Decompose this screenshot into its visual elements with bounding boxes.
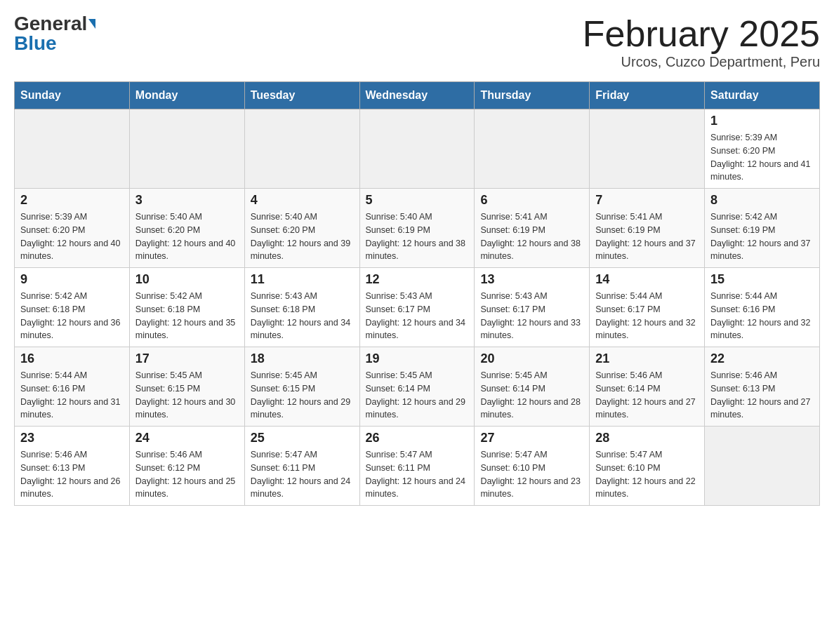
day-info: Sunrise: 5:44 AMSunset: 6:16 PMDaylight:… [710, 290, 814, 342]
table-row: 3Sunrise: 5:40 AMSunset: 6:20 PMDaylight… [129, 189, 244, 268]
table-row: 2Sunrise: 5:39 AMSunset: 6:20 PMDaylight… [15, 189, 130, 268]
col-saturday: Saturday [705, 82, 820, 109]
day-number: 12 [366, 272, 469, 287]
table-row [129, 109, 244, 189]
col-wednesday: Wednesday [359, 82, 475, 109]
day-info: Sunrise: 5:44 AMSunset: 6:17 PMDaylight:… [595, 290, 699, 342]
col-tuesday: Tuesday [244, 82, 359, 109]
day-info: Sunrise: 5:39 AMSunset: 6:20 PMDaylight:… [20, 210, 124, 263]
table-row [590, 109, 705, 189]
day-info: Sunrise: 5:46 AMSunset: 6:12 PMDaylight:… [135, 448, 239, 501]
day-number: 20 [480, 351, 583, 366]
col-sunday: Sunday [15, 82, 130, 109]
day-info: Sunrise: 5:40 AMSunset: 6:20 PMDaylight:… [135, 210, 239, 263]
table-row: 12Sunrise: 5:43 AMSunset: 6:17 PMDayligh… [359, 268, 475, 347]
day-info: Sunrise: 5:41 AMSunset: 6:19 PMDaylight:… [480, 210, 583, 263]
day-number: 2 [20, 193, 124, 208]
day-number: 26 [366, 431, 469, 445]
day-number: 25 [251, 431, 354, 445]
table-row: 9Sunrise: 5:42 AMSunset: 6:18 PMDaylight… [15, 268, 130, 347]
day-info: Sunrise: 5:43 AMSunset: 6:18 PMDaylight:… [251, 290, 354, 342]
day-number: 28 [595, 431, 699, 445]
table-row: 10Sunrise: 5:42 AMSunset: 6:18 PMDayligh… [129, 268, 244, 347]
table-row: 19Sunrise: 5:45 AMSunset: 6:14 PMDayligh… [359, 347, 475, 427]
day-info: Sunrise: 5:42 AMSunset: 6:18 PMDaylight:… [135, 290, 239, 342]
table-row [359, 109, 475, 189]
calendar-subtitle: Urcos, Cuzco Department, Peru [583, 54, 820, 70]
calendar-table: Sunday Monday Tuesday Wednesday Thursday… [14, 81, 820, 506]
table-row [15, 109, 130, 189]
day-number: 6 [480, 193, 583, 208]
table-row: 23Sunrise: 5:46 AMSunset: 6:13 PMDayligh… [15, 427, 130, 506]
table-row: 27Sunrise: 5:47 AMSunset: 6:10 PMDayligh… [475, 427, 590, 506]
col-thursday: Thursday [475, 82, 590, 109]
table-row: 25Sunrise: 5:47 AMSunset: 6:11 PMDayligh… [244, 427, 359, 506]
table-row [244, 109, 359, 189]
day-info: Sunrise: 5:47 AMSunset: 6:11 PMDaylight:… [366, 448, 469, 501]
day-number: 19 [366, 351, 469, 366]
day-info: Sunrise: 5:42 AMSunset: 6:18 PMDaylight:… [20, 290, 124, 342]
day-number: 15 [710, 272, 814, 287]
day-info: Sunrise: 5:40 AMSunset: 6:20 PMDaylight:… [251, 210, 354, 263]
day-number: 14 [595, 272, 699, 287]
logo-blue-text: Blue [14, 34, 57, 53]
day-number: 17 [135, 351, 239, 366]
day-number: 5 [366, 193, 469, 208]
logo-general-text: General [14, 14, 87, 34]
table-row: 8Sunrise: 5:42 AMSunset: 6:19 PMDaylight… [705, 189, 820, 268]
table-row [475, 109, 590, 189]
table-row: 26Sunrise: 5:47 AMSunset: 6:11 PMDayligh… [359, 427, 475, 506]
day-info: Sunrise: 5:43 AMSunset: 6:17 PMDaylight:… [366, 290, 469, 342]
table-row: 5Sunrise: 5:40 AMSunset: 6:19 PMDaylight… [359, 189, 475, 268]
day-info: Sunrise: 5:47 AMSunset: 6:10 PMDaylight:… [480, 448, 583, 501]
day-info: Sunrise: 5:45 AMSunset: 6:14 PMDaylight:… [480, 369, 583, 422]
day-info: Sunrise: 5:40 AMSunset: 6:19 PMDaylight:… [366, 210, 469, 263]
day-info: Sunrise: 5:42 AMSunset: 6:19 PMDaylight:… [710, 210, 814, 263]
logo-triangle-icon [88, 19, 95, 29]
table-row: 14Sunrise: 5:44 AMSunset: 6:17 PMDayligh… [590, 268, 705, 347]
table-row: 18Sunrise: 5:45 AMSunset: 6:15 PMDayligh… [244, 347, 359, 427]
day-number: 1 [710, 114, 814, 128]
table-row: 21Sunrise: 5:46 AMSunset: 6:14 PMDayligh… [590, 347, 705, 427]
table-row: 22Sunrise: 5:46 AMSunset: 6:13 PMDayligh… [705, 347, 820, 427]
day-number: 24 [135, 431, 239, 445]
calendar-week-row: 23Sunrise: 5:46 AMSunset: 6:13 PMDayligh… [15, 427, 820, 506]
day-info: Sunrise: 5:41 AMSunset: 6:19 PMDaylight:… [595, 210, 699, 263]
day-number: 8 [710, 193, 814, 208]
table-row: 11Sunrise: 5:43 AMSunset: 6:18 PMDayligh… [244, 268, 359, 347]
day-info: Sunrise: 5:46 AMSunset: 6:14 PMDaylight:… [595, 369, 699, 422]
calendar-week-row: 9Sunrise: 5:42 AMSunset: 6:18 PMDaylight… [15, 268, 820, 347]
day-info: Sunrise: 5:47 AMSunset: 6:10 PMDaylight:… [595, 448, 699, 501]
day-number: 23 [20, 431, 124, 445]
day-number: 21 [595, 351, 699, 366]
day-info: Sunrise: 5:45 AMSunset: 6:14 PMDaylight:… [366, 369, 469, 422]
day-info: Sunrise: 5:46 AMSunset: 6:13 PMDaylight:… [710, 369, 814, 422]
day-info: Sunrise: 5:39 AMSunset: 6:20 PMDaylight:… [710, 131, 814, 184]
table-row: 15Sunrise: 5:44 AMSunset: 6:16 PMDayligh… [705, 268, 820, 347]
day-info: Sunrise: 5:43 AMSunset: 6:17 PMDaylight:… [480, 290, 583, 342]
table-row: 24Sunrise: 5:46 AMSunset: 6:12 PMDayligh… [129, 427, 244, 506]
col-friday: Friday [590, 82, 705, 109]
table-row: 13Sunrise: 5:43 AMSunset: 6:17 PMDayligh… [475, 268, 590, 347]
calendar-title: February 2025 [583, 14, 820, 54]
table-row: 17Sunrise: 5:45 AMSunset: 6:15 PMDayligh… [129, 347, 244, 427]
day-info: Sunrise: 5:46 AMSunset: 6:13 PMDaylight:… [20, 448, 124, 501]
calendar-week-row: 1Sunrise: 5:39 AMSunset: 6:20 PMDaylight… [15, 109, 820, 189]
day-info: Sunrise: 5:45 AMSunset: 6:15 PMDaylight:… [135, 369, 239, 422]
table-row: 4Sunrise: 5:40 AMSunset: 6:20 PMDaylight… [244, 189, 359, 268]
day-info: Sunrise: 5:44 AMSunset: 6:16 PMDaylight:… [20, 369, 124, 422]
table-row: 7Sunrise: 5:41 AMSunset: 6:19 PMDaylight… [590, 189, 705, 268]
day-number: 9 [20, 272, 124, 287]
table-row: 6Sunrise: 5:41 AMSunset: 6:19 PMDaylight… [475, 189, 590, 268]
day-info: Sunrise: 5:47 AMSunset: 6:11 PMDaylight:… [251, 448, 354, 501]
logo: General Blue [14, 14, 95, 53]
page-header: General Blue February 2025 Urcos, Cuzco … [14, 14, 820, 70]
day-number: 11 [251, 272, 354, 287]
day-info: Sunrise: 5:45 AMSunset: 6:15 PMDaylight:… [251, 369, 354, 422]
table-row: 16Sunrise: 5:44 AMSunset: 6:16 PMDayligh… [15, 347, 130, 427]
day-number: 7 [595, 193, 699, 208]
col-monday: Monday [129, 82, 244, 109]
calendar-header-row: Sunday Monday Tuesday Wednesday Thursday… [15, 82, 820, 109]
day-number: 13 [480, 272, 583, 287]
table-row [705, 427, 820, 506]
